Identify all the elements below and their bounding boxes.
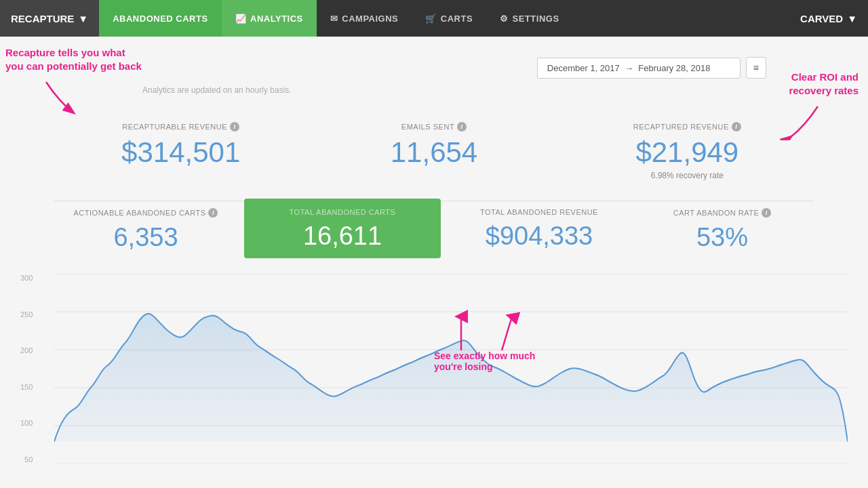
nav-item-label: SETTINGS xyxy=(513,14,559,24)
info-icon[interactable]: i xyxy=(208,208,218,218)
stat-recaptured-revenue: RECAPTURED REVENUE i $21,949 6.98% recov… xyxy=(561,122,814,180)
y-label-300: 300 xyxy=(20,274,33,282)
main-content: Recapture tells you what you can potenti… xyxy=(0,37,868,477)
actionable-carts-label: ACTIONABLE ABANDONED CARTS xyxy=(74,209,206,217)
actionable-carts-value: 6,353 xyxy=(54,224,237,250)
brand-label: RECAPTURE xyxy=(11,13,74,24)
date-range-menu-button[interactable]: ≡ xyxy=(746,57,766,79)
nav-item-label: ANALYTICS xyxy=(250,14,303,24)
stat-actionable-carts: ACTIONABLE ABANDONED CARTS i 6,353 xyxy=(54,208,237,250)
recaptured-revenue-sub: 6.98% recovery rate xyxy=(561,171,814,180)
info-icon[interactable]: i xyxy=(457,122,467,131)
recaptured-revenue-label: RECAPTURED REVENUE xyxy=(633,123,729,131)
nav-item-carts[interactable]: 🛒 CARTS xyxy=(412,0,486,37)
emails-sent-label: EMAILS SENT xyxy=(401,123,454,131)
analytics-icon: 📈 xyxy=(235,14,247,24)
nav-item-label: CAMPAIGNS xyxy=(342,14,398,24)
recapturable-revenue-value: $314,501 xyxy=(54,138,307,167)
nav-item-analytics[interactable]: 📈 ANALYTICS xyxy=(222,0,317,37)
right-brand-label: CARVED xyxy=(800,13,843,24)
info-icon[interactable]: i xyxy=(732,122,741,131)
y-label-50: 50 xyxy=(20,455,33,464)
cart-abandon-rate-value: 53% xyxy=(631,224,814,250)
stat-total-abandoned-carts: TOTAL ABANDONED CARTS 16,611 xyxy=(244,199,441,258)
stat-emails-sent: EMAILS SENT i 11,654 xyxy=(307,122,560,167)
navbar: RECAPTURE ▼ ABANDONED CARTS 📈 ANALYTICS … xyxy=(0,0,868,37)
recaptured-revenue-value: $21,949 xyxy=(561,138,814,167)
total-revenue-label: TOTAL ABANDONED REVENUE xyxy=(480,208,598,216)
nav-item-label: CARTS xyxy=(441,14,473,24)
chart-y-labels: 300 250 200 150 100 50 xyxy=(20,274,38,464)
y-label-250: 250 xyxy=(20,310,33,319)
emails-sent-value: 11,654 xyxy=(307,138,560,167)
total-carts-value: 16,611 xyxy=(251,223,434,249)
stats-row-1: RECAPTURABLE REVENUE i $314,501 EMAILS S… xyxy=(54,108,814,201)
date-range-row: ≡ xyxy=(20,57,766,79)
total-revenue-value: $904,333 xyxy=(448,223,631,249)
stat-cart-abandon-rate: CART ABANDON RATE i 53% xyxy=(631,208,814,250)
y-label-150: 150 xyxy=(20,383,33,391)
stat-total-abandoned-revenue: TOTAL ABANDONED REVENUE $904,333 xyxy=(448,208,631,249)
nav-item-settings[interactable]: ⚙ SETTINGS xyxy=(486,0,573,37)
y-label-200: 200 xyxy=(20,346,33,354)
settings-icon: ⚙ xyxy=(500,14,509,24)
y-label-100: 100 xyxy=(20,419,33,427)
stat-recapturable-revenue: RECAPTURABLE REVENUE i $314,501 xyxy=(54,122,307,167)
info-icon[interactable]: i xyxy=(762,208,771,218)
chart-area: 300 250 200 150 100 50 xyxy=(20,274,848,464)
analytics-note: Analytics are updated on an hourly basis… xyxy=(142,85,848,95)
brand-caret: ▼ xyxy=(78,13,88,24)
nav-item-campaigns[interactable]: ✉ CAMPAIGNS xyxy=(317,0,412,37)
nav-item-abandoned-carts[interactable]: ABANDONED CARTS xyxy=(99,0,221,37)
nav-right-brand[interactable]: CARVED ▼ xyxy=(789,13,868,24)
date-range-input[interactable] xyxy=(537,58,741,79)
right-brand-caret: ▼ xyxy=(847,13,857,24)
chart-svg xyxy=(54,274,848,464)
cart-abandon-rate-label: CART ABANDON RATE xyxy=(673,209,759,217)
info-icon[interactable]: i xyxy=(230,122,239,131)
campaigns-icon: ✉ xyxy=(330,14,338,24)
recapturable-revenue-label: RECAPTURABLE REVENUE xyxy=(122,123,227,131)
nav-brand[interactable]: RECAPTURE ▼ xyxy=(0,0,99,37)
nav-item-label: ABANDONED CARTS xyxy=(113,14,208,24)
total-carts-label: TOTAL ABANDONED CARTS xyxy=(290,208,396,216)
stats-row-2: ACTIONABLE ABANDONED CARTS i 6,353 TOTAL… xyxy=(54,201,814,264)
cart-icon: 🛒 xyxy=(425,14,437,24)
